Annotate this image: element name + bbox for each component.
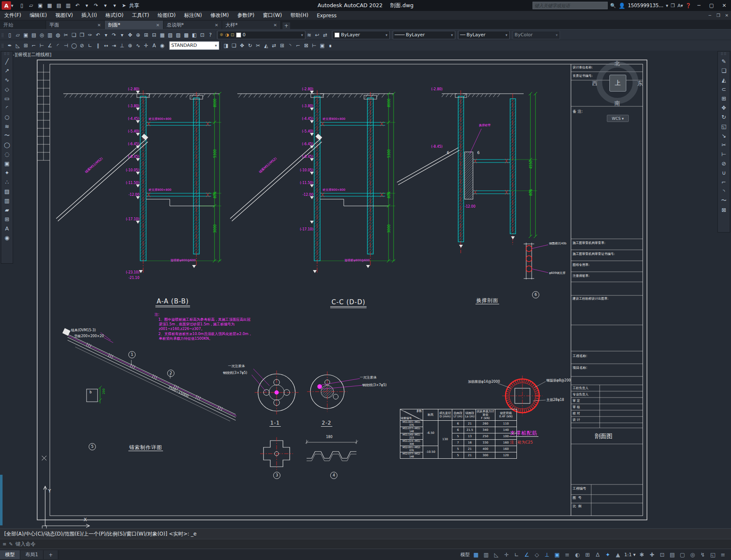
doc-close-icon[interactable]: ✕ — [723, 13, 731, 18]
toolbar-grip[interactable]: ⠿⠿ — [4, 52, 10, 56]
zoom-realtime-icon[interactable]: ⊕ — [134, 31, 142, 39]
menu-item[interactable]: 视图(V) — [51, 11, 77, 20]
explode-icon[interactable]: ∎ — [326, 41, 334, 49]
array-icon[interactable]: ⊞ — [719, 94, 728, 103]
menu-item[interactable]: 参数(P) — [233, 11, 259, 20]
menu-item[interactable]: 帮助(H) — [286, 11, 313, 20]
viewcube-top-face[interactable]: 上 — [609, 75, 626, 92]
explode-icon[interactable]: ⊠ — [719, 205, 728, 214]
viewport-controls[interactable]: [-][俯视][二维线框] — [11, 51, 52, 58]
menu-item[interactable]: 绘图(D) — [153, 11, 180, 20]
redo-dropdown-icon[interactable]: ▾ — [101, 2, 110, 9]
open-file-icon[interactable]: ▱ — [27, 2, 35, 9]
toolbar-grip[interactable]: ⣿ — [1, 43, 5, 48]
view-cube[interactable]: 北 西 东 南 上 — [594, 59, 641, 106]
layout1-tab[interactable]: 布局1 — [20, 550, 43, 559]
redo-icon[interactable]: ↷ — [110, 31, 118, 39]
undo-dd-icon[interactable]: ▾ — [102, 31, 110, 39]
break-icon[interactable]: ⊘ — [719, 159, 728, 168]
chevron-down-icon[interactable]: ▾ — [215, 43, 217, 48]
layer-unlock-icon[interactable]: ▩ — [182, 31, 190, 39]
close-tab-icon[interactable]: ✕ — [98, 23, 101, 27]
undo-icon[interactable]: ↶ — [73, 2, 82, 9]
dim-jogged-icon[interactable]: ∿ — [134, 41, 142, 49]
chevron-down-icon[interactable]: ▾ — [386, 33, 388, 37]
tab-dayang[interactable]: 大样*✕ — [222, 21, 281, 29]
make-block-icon[interactable]: ✦ — [3, 168, 12, 177]
extend-icon[interactable]: ⊢ — [719, 149, 728, 159]
user-dropdown-icon[interactable]: ▾ — [666, 3, 668, 8]
menu-item[interactable]: 修改(M) — [206, 11, 233, 20]
ellipse-icon[interactable]: ◯ — [3, 140, 12, 149]
dynamic-ucs-icon[interactable]: ∆ — [593, 551, 602, 559]
zoom-window-icon[interactable]: ⊞ — [142, 31, 150, 39]
spline-icon[interactable]: 〜 — [3, 131, 12, 140]
properties-palette-icon[interactable]: ◧ — [190, 31, 198, 39]
extend-icon[interactable]: ⊢ — [310, 41, 318, 49]
quickcalc-icon[interactable]: ⊡ — [198, 31, 207, 39]
isometric-drafting-icon[interactable]: ◇ — [532, 551, 541, 559]
layer-freeze-icon[interactable]: ◑ — [225, 32, 229, 37]
dim-ordinate-icon[interactable]: ⊣ — [62, 41, 70, 49]
arc-icon[interactable]: ◜ — [3, 103, 12, 112]
mtext-icon[interactable]: A — [3, 224, 12, 233]
menu-item[interactable]: 窗口(W) — [259, 11, 286, 20]
share-button[interactable]: 共享 — [129, 2, 139, 9]
rotate-icon[interactable]: ↻ — [246, 41, 254, 49]
undo-icon[interactable]: ↶ — [94, 31, 102, 39]
mirror-icon[interactable]: ◭ — [719, 75, 728, 84]
search-input[interactable] — [533, 2, 608, 9]
model-space-toggle[interactable]: 模型 — [459, 551, 470, 559]
customization-icon[interactable]: ≡ — [718, 551, 728, 559]
polyline-icon[interactable]: ∿ — [3, 75, 12, 84]
autodesk-apps-icon[interactable]: A▾ — [677, 3, 683, 8]
user-avatar-icon[interactable]: 👤 — [618, 3, 625, 9]
center-mark-icon[interactable]: ⊕ — [126, 41, 134, 49]
line-icon[interactable]: ╱ — [3, 57, 12, 66]
new-drawing-tab-button[interactable]: + — [283, 22, 290, 29]
minimize-button[interactable]: ─ — [694, 1, 704, 10]
mtext-icon[interactable]: A — [150, 41, 158, 49]
trim-icon[interactable]: ⊠ — [302, 41, 310, 49]
point-icon[interactable]: ∴ — [3, 177, 12, 187]
dynamic-input-icon[interactable]: ✛ — [502, 551, 511, 559]
lineweight-control-combo[interactable]: ──ByLayer ▾ — [458, 31, 510, 39]
zoom-previous-icon[interactable]: ⊟ — [150, 31, 158, 39]
table-style-icon[interactable]: ⊞ — [22, 41, 30, 49]
chevron-down-icon[interactable]: ▾ — [451, 33, 453, 37]
menu-item[interactable]: 格式(O) — [101, 11, 128, 20]
save-icon[interactable]: ▣ — [22, 31, 30, 39]
dim-radius-icon[interactable]: ◯ — [70, 41, 78, 49]
polygon-icon[interactable]: ◇ — [3, 84, 12, 94]
compass-south[interactable]: 南 — [614, 100, 620, 107]
menu-item[interactable]: 工具(T) — [128, 11, 154, 20]
color-control-combo[interactable]: ByLayer ▾ — [332, 31, 390, 39]
new-icon[interactable]: ▯ — [6, 31, 14, 39]
layer-translate-icon[interactable]: ⇄ — [321, 31, 329, 39]
copy-clip-icon[interactable]: ❏ — [70, 31, 78, 39]
dim-continue-icon[interactable]: ↔ — [102, 41, 110, 49]
close-button[interactable]: ✕ — [719, 1, 729, 10]
command-input-row[interactable]: ≡ ✎ 键入命令 — [0, 539, 731, 549]
paste-icon[interactable]: ❐ — [78, 31, 86, 39]
infer-constraints-icon[interactable]: ◺ — [492, 551, 501, 559]
help-icon[interactable]: ? — [207, 31, 215, 39]
maximize-button[interactable]: ▢ — [707, 1, 717, 10]
share-icon[interactable]: ➤ — [120, 2, 128, 9]
selection-cycling-icon[interactable]: ⊞ — [583, 551, 592, 559]
erase-icon[interactable]: ✎ — [719, 57, 728, 66]
mirror-icon[interactable]: ◭ — [262, 41, 270, 49]
annotation-monitor-icon[interactable]: ✚ — [647, 551, 657, 559]
region-icon[interactable]: ▰ — [3, 205, 12, 214]
chamfer-icon[interactable]: ⌐ — [294, 41, 302, 49]
lineweight-display-icon[interactable]: ≡ — [563, 551, 572, 559]
open-icon[interactable]: ▱ — [14, 31, 22, 39]
layer-properties-icon[interactable]: ▦ — [158, 31, 166, 39]
blend-icon[interactable]: 〜 — [719, 196, 728, 205]
insert-block-icon[interactable]: ▣ — [3, 159, 12, 168]
layer-lock-icon[interactable]: ⊡ — [231, 32, 234, 37]
grid-display-icon[interactable]: ▦ — [471, 551, 481, 559]
object-snap-tracking-icon[interactable]: ⊥ — [542, 551, 552, 559]
gradient-icon[interactable]: ▥ — [3, 196, 12, 205]
compass-north[interactable]: 北 — [614, 60, 620, 68]
